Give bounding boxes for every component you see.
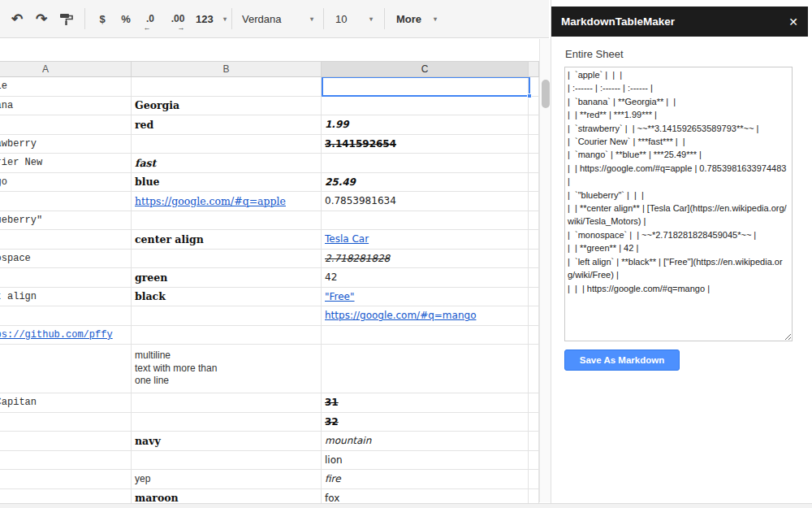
paint-format-icon[interactable] bbox=[54, 12, 80, 26]
undo-icon[interactable]: ↶ bbox=[5, 11, 29, 28]
cell-a[interactable] bbox=[0, 451, 132, 470]
cell-c[interactable] bbox=[322, 345, 529, 393]
font-size-dropdown[interactable]: 10 ▾ bbox=[329, 13, 379, 25]
column-header-a[interactable]: A bbox=[0, 61, 132, 77]
cell-c[interactable]: lion bbox=[322, 451, 529, 470]
save-as-markdown-button[interactable]: Save As Markdown bbox=[564, 350, 680, 371]
column-header-b[interactable]: B bbox=[132, 61, 322, 77]
column-header-c[interactable]: C bbox=[322, 61, 529, 77]
cell-b[interactable]: yep bbox=[132, 470, 322, 488]
cell-c[interactable]: 1.99 bbox=[322, 115, 529, 134]
increase-decimal-button[interactable]: .00 → bbox=[163, 13, 192, 24]
bottom-scrollbar-strip[interactable] bbox=[0, 503, 812, 508]
cell-c[interactable]: 25.49 bbox=[322, 173, 529, 192]
cell-d[interactable] bbox=[529, 192, 539, 211]
cell-b[interactable]: multiline text with more than one line bbox=[132, 345, 322, 393]
cell-b[interactable]: fast bbox=[132, 154, 322, 172]
cell-a[interactable]: monospace bbox=[0, 250, 132, 268]
cell-c[interactable]: 0.7853981634 bbox=[322, 192, 529, 211]
cell-b[interactable] bbox=[132, 135, 322, 154]
cell-c[interactable]: https://google.com/#q=mango bbox=[322, 306, 529, 325]
cell-a[interactable]: https://github.com/pffy bbox=[0, 326, 132, 345]
cell-a[interactable] bbox=[0, 268, 132, 287]
cell-text[interactable]: https://google.com/#q=mango bbox=[325, 310, 476, 321]
column-header-d[interactable] bbox=[529, 61, 539, 77]
cell-a[interactable]: apple bbox=[0, 77, 132, 96]
more-menu[interactable]: More ▾ bbox=[390, 13, 443, 25]
cell-d[interactable] bbox=[529, 451, 539, 470]
cell-a[interactable] bbox=[0, 306, 132, 325]
cell-b[interactable] bbox=[132, 306, 322, 325]
cell-b[interactable]: green bbox=[132, 268, 322, 287]
cell-b[interactable]: navy bbox=[132, 432, 322, 450]
cell-c[interactable]: 2.718281828 bbox=[322, 250, 529, 268]
percent-format-button[interactable]: % bbox=[114, 13, 137, 25]
cell-c[interactable] bbox=[322, 326, 529, 345]
scrollbar-thumb[interactable] bbox=[542, 80, 550, 108]
cell-d[interactable] bbox=[529, 211, 539, 230]
cell-d[interactable] bbox=[529, 393, 539, 412]
cell-d[interactable] bbox=[529, 268, 539, 287]
cell-b[interactable]: https://google.com/#q=apple bbox=[132, 192, 322, 211]
cell-c[interactable]: 42 bbox=[322, 268, 529, 287]
cell-a[interactable] bbox=[0, 470, 132, 488]
cell-d[interactable] bbox=[529, 230, 539, 249]
close-icon[interactable]: ✕ bbox=[788, 15, 798, 28]
cell-b[interactable] bbox=[132, 77, 322, 96]
cell-a[interactable]: mango bbox=[0, 173, 132, 192]
sheet-vertical-scrollbar[interactable] bbox=[539, 39, 551, 502]
markdown-output-textarea[interactable]: | `apple` | | | | :------ | :------ | :-… bbox=[564, 67, 793, 341]
cell-a[interactable] bbox=[0, 192, 132, 211]
cell-b[interactable]: red bbox=[132, 115, 322, 134]
cell-b[interactable]: center align bbox=[132, 230, 322, 249]
cell-text[interactable]: "Free" bbox=[325, 291, 355, 302]
cell-d[interactable] bbox=[529, 173, 539, 192]
cell-c[interactable] bbox=[322, 211, 529, 230]
cell-a[interactable]: Courier New bbox=[0, 154, 132, 172]
cell-a[interactable]: left align bbox=[0, 288, 132, 306]
cell-d[interactable] bbox=[529, 77, 539, 96]
cell-c[interactable]: Tesla Car bbox=[322, 230, 529, 249]
cell-c[interactable] bbox=[322, 77, 529, 96]
number-format-menu[interactable]: 123 ▾ bbox=[192, 13, 227, 25]
cell-c[interactable] bbox=[322, 97, 529, 115]
cell-b[interactable] bbox=[132, 211, 322, 230]
cell-c[interactable]: fire bbox=[322, 470, 529, 488]
cell-b[interactable]: Georgia bbox=[132, 97, 322, 115]
cell-d[interactable] bbox=[529, 306, 539, 325]
cell-d[interactable] bbox=[529, 250, 539, 268]
cell-b[interactable] bbox=[132, 393, 322, 412]
cell-d[interactable] bbox=[529, 432, 539, 450]
cell-d[interactable] bbox=[529, 326, 539, 345]
cell-b[interactable] bbox=[132, 326, 322, 345]
cell-d[interactable] bbox=[529, 115, 539, 134]
cell-d[interactable] bbox=[529, 413, 539, 432]
cell-b[interactable] bbox=[132, 413, 322, 432]
cell-b[interactable]: blue bbox=[132, 173, 322, 192]
cell-d[interactable] bbox=[529, 470, 539, 488]
cell-d[interactable] bbox=[529, 288, 539, 306]
cell-c[interactable]: 32 bbox=[322, 413, 529, 432]
decrease-decimal-button[interactable]: .0 ← bbox=[137, 13, 163, 24]
cell-a[interactable] bbox=[0, 432, 132, 450]
cell-d[interactable] bbox=[529, 345, 539, 393]
cell-a[interactable] bbox=[0, 345, 132, 393]
cell-a[interactable]: El Capitan bbox=[0, 393, 132, 412]
redo-icon[interactable]: ↷ bbox=[29, 11, 54, 28]
cell-b[interactable] bbox=[132, 250, 322, 268]
cell-a[interactable]: banana bbox=[0, 97, 132, 115]
cell-a[interactable]: strawberry bbox=[0, 135, 132, 154]
currency-format-button[interactable]: $ bbox=[90, 13, 114, 25]
cell-text[interactable]: Tesla Car bbox=[325, 233, 369, 245]
cell-text[interactable]: https://google.com/#q=apple bbox=[135, 195, 286, 207]
cell-a[interactable] bbox=[0, 115, 132, 134]
cell-b[interactable]: black bbox=[132, 288, 322, 306]
cell-a[interactable] bbox=[0, 413, 132, 432]
cell-a[interactable]: "blueberry" bbox=[0, 211, 132, 230]
cell-c[interactable]: 3.141592654 bbox=[322, 135, 529, 154]
font-family-dropdown[interactable]: Verdana ▾ bbox=[237, 13, 318, 25]
cell-b[interactable] bbox=[132, 451, 322, 470]
cell-d[interactable] bbox=[529, 154, 539, 172]
cell-d[interactable] bbox=[529, 97, 539, 115]
cell-d[interactable] bbox=[529, 135, 539, 154]
